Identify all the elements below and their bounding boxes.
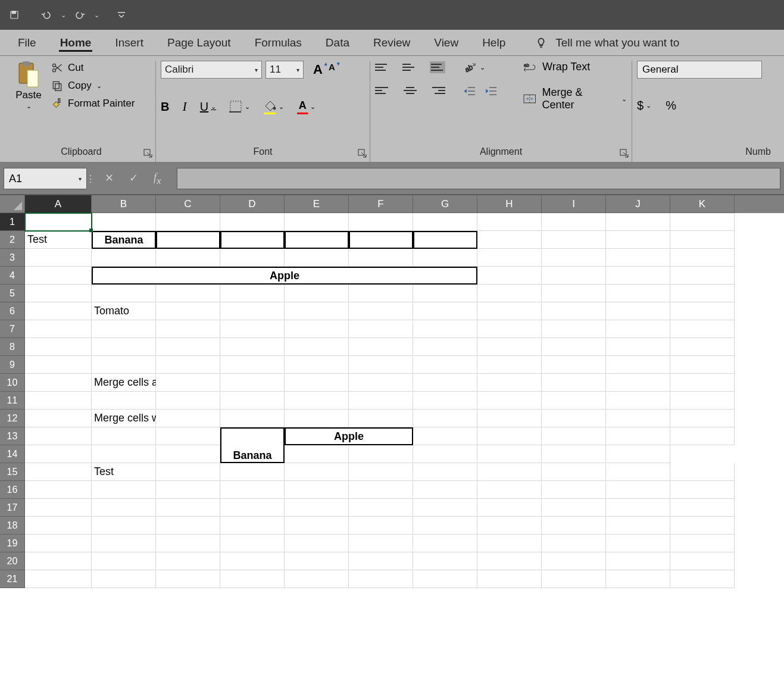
cell-J21[interactable] [606,570,670,588]
tab-formulas[interactable]: Formulas [243,30,314,55]
column-header-K[interactable]: K [670,195,735,213]
cell-D5[interactable] [220,285,285,302]
cell-A9[interactable] [25,356,92,374]
cell-B21[interactable] [92,570,156,588]
cell-H11[interactable] [477,392,542,410]
cell-I3[interactable] [542,249,606,267]
wrap-text-button[interactable]: ab Wrap Text [523,61,627,73]
cell-F14[interactable] [285,445,349,463]
cell-F19[interactable] [349,535,413,552]
cell-H2[interactable] [477,231,542,249]
paste-label[interactable]: Paste [15,89,41,101]
cell-C14[interactable] [156,445,220,463]
cell-A17[interactable] [25,499,92,517]
row-header-5[interactable]: 5 [0,285,25,302]
cell-K12[interactable] [670,410,735,427]
cell-B5[interactable] [92,285,156,302]
cell-I20[interactable] [542,552,606,570]
cell-B18[interactable] [92,517,156,535]
cell-F16[interactable] [349,481,413,499]
cell-I18[interactable] [542,517,606,535]
cell-D11[interactable] [220,392,285,410]
cell-K18[interactable] [670,517,735,535]
cell-G15[interactable] [413,463,477,481]
cell-F20[interactable] [349,552,413,570]
cell-B14[interactable] [92,445,156,463]
copy-more-icon[interactable]: ⌄ [96,82,102,90]
alignment-dialog-launcher-icon[interactable] [620,149,629,158]
cell-D17[interactable] [220,499,285,517]
cell-H14[interactable] [413,445,477,463]
cell-D7[interactable] [220,320,285,338]
align-bottom-button[interactable] [430,61,445,73]
cell-J17[interactable] [606,499,670,517]
row-header-7[interactable]: 7 [0,320,25,338]
cell-G1[interactable] [413,213,477,231]
cell-A14[interactable] [25,445,92,463]
cell-F5[interactable] [349,285,413,302]
cell-J19[interactable] [606,535,670,552]
cell-B10[interactable]: Merge cells also over multiple rows by V… [92,374,156,392]
cell-A5[interactable] [25,285,92,302]
increase-indent-button[interactable] [485,86,498,99]
cell-C11[interactable] [156,392,220,410]
cell-I4[interactable] [542,267,606,285]
cut-button[interactable]: Cut [51,62,135,74]
cell-I12[interactable] [542,410,606,427]
cell-C5[interactable] [156,285,220,302]
cell-B15[interactable]: Test [92,463,156,481]
cell-C3[interactable] [156,249,220,267]
cell-B12[interactable]: Merge cells with different merges by Ale… [92,410,156,427]
row-header-15[interactable]: 15 [0,463,25,481]
cell-C20[interactable] [156,552,220,570]
column-header-B[interactable]: B [92,195,156,213]
cell-G21[interactable] [413,570,477,588]
cell-J1[interactable] [606,213,670,231]
cell-K19[interactable] [670,535,735,552]
row-header-2[interactable]: 2 [0,231,25,249]
cell-K5[interactable] [670,285,735,302]
cell-G8[interactable] [413,338,477,356]
cell-F9[interactable] [349,356,413,374]
italic-button[interactable]: I [182,99,186,114]
cell-I16[interactable] [542,481,606,499]
cell-G16[interactable] [413,481,477,499]
cell-C13[interactable] [156,427,220,445]
cell-A16[interactable] [25,481,92,499]
cell-H20[interactable] [477,552,542,570]
cell-F18[interactable] [349,517,413,535]
cell-D10[interactable] [220,374,285,392]
cell-H6[interactable] [477,302,542,320]
align-left-button[interactable] [375,85,391,96]
cell-C15[interactable] [156,463,220,481]
cell-A19[interactable] [25,535,92,552]
row-header-8[interactable]: 8 [0,338,25,356]
cell-F1[interactable] [349,213,413,231]
customize-qat-icon[interactable] [117,7,126,23]
tab-view[interactable]: View [422,30,470,55]
cell-F10[interactable] [349,374,413,392]
cell-I11[interactable] [542,392,606,410]
cell-A21[interactable] [25,570,92,588]
cell-B6[interactable]: Tomato [92,302,156,320]
borders-button[interactable]: ⌄ [229,100,250,113]
row-header-14[interactable]: 14 [0,445,25,463]
redo-more-icon[interactable]: ⌄ [92,7,101,23]
column-header-A[interactable]: A [25,195,92,213]
merge-more-icon[interactable]: ⌄ [621,95,627,103]
cell-J20[interactable] [606,552,670,570]
cell-H21[interactable] [477,570,542,588]
paste-icon[interactable] [17,61,40,88]
cell-H4[interactable] [477,267,542,285]
cell-E5[interactable] [285,285,349,302]
cell-I17[interactable] [542,499,606,517]
cell-I6[interactable] [542,302,606,320]
cell-F6[interactable] [349,302,413,320]
cell-I14[interactable] [477,445,542,463]
cell-A10[interactable] [25,374,92,392]
align-right-button[interactable] [430,85,445,96]
save-button[interactable] [6,7,23,23]
cell-I5[interactable] [542,285,606,302]
font-dialog-launcher-icon[interactable] [358,149,367,158]
cell-H12[interactable] [477,410,542,427]
